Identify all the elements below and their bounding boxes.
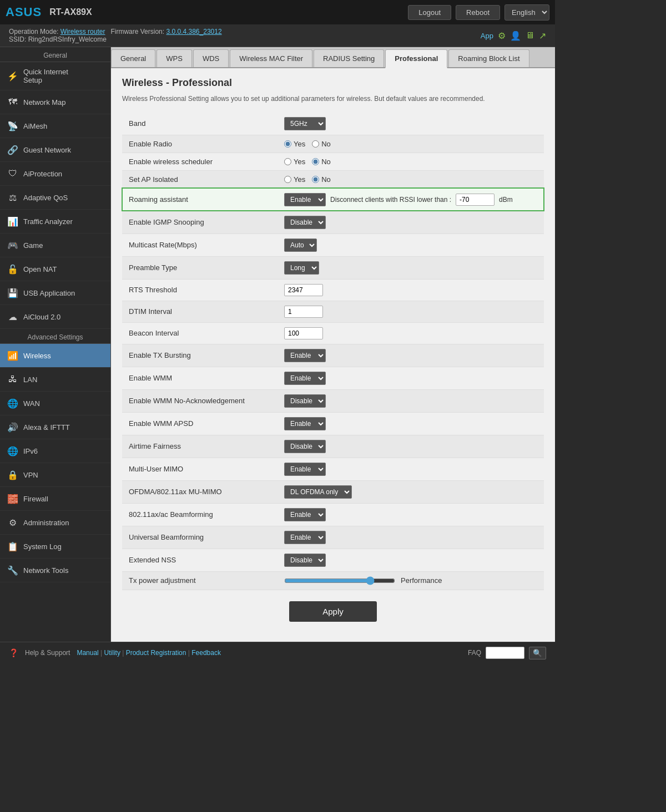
radio-label-Yes[interactable]: Yes	[284, 175, 305, 184]
footer-separator: |	[186, 649, 191, 657]
language-select[interactable]: English	[504, 4, 549, 21]
guest-network-icon: 🔗	[7, 144, 19, 156]
setting-select-12[interactable]: EnableDisable	[284, 372, 326, 385]
logout-button[interactable]: Logout	[408, 5, 451, 20]
sidebar-item-lan[interactable]: 🖧LAN	[0, 368, 110, 392]
sidebar-item-wireless[interactable]: 📶Wireless	[0, 344, 110, 368]
faq-search-button[interactable]: 🔍	[529, 647, 546, 659]
footer-link-manual[interactable]: Manual	[77, 649, 98, 657]
settings-row: DTIM Interval	[122, 301, 544, 322]
tx-power-slider[interactable]	[284, 576, 395, 585]
setting-select-17[interactable]: DL OFDMA onlyUL OFDMA onlyDL+UL OFDMADis…	[284, 485, 352, 499]
radio-input-No[interactable]	[312, 140, 319, 148]
tab-professional[interactable]: Professional	[385, 49, 447, 68]
screen-icon-btn[interactable]: 🖥	[526, 31, 534, 40]
faq-search-input[interactable]	[486, 647, 524, 659]
sidebar-item-usb-application[interactable]: 💾USB Application	[0, 281, 110, 305]
sidebar-item-ipv6[interactable]: 🌐IPv6	[0, 439, 110, 463]
roaming-select[interactable]: EnableDisable	[284, 193, 326, 206]
game-icon: 🎮	[7, 239, 19, 251]
footer-link-utility[interactable]: Utility	[104, 649, 120, 657]
share-icon-btn[interactable]: ↗	[539, 31, 546, 41]
setting-control: EnableDisable	[278, 412, 544, 435]
radio-input-No[interactable]	[312, 158, 319, 165]
sidebar-item-administration[interactable]: ⚙Administration	[0, 511, 110, 535]
setting-input-10[interactable]	[284, 327, 323, 339]
radio-input-Yes[interactable]	[284, 140, 291, 148]
setting-label: Tx power adjustment	[122, 571, 278, 590]
operation-mode-link[interactable]: Wireless router	[60, 28, 105, 35]
setting-select-18[interactable]: EnableDisable	[284, 508, 326, 521]
apply-button[interactable]: Apply	[289, 601, 377, 622]
rssi-input[interactable]	[456, 194, 495, 206]
ssid-label: SSID:	[9, 35, 26, 43]
page-description: Wireless Professional Setting allows you…	[122, 94, 544, 104]
setting-label: Enable WMM No-Acknowledgement	[122, 389, 278, 412]
vpn-label: VPN	[23, 471, 38, 479]
settings-icon-btn[interactable]: ⚙	[498, 31, 506, 41]
alexa-ifttt-label: Alexa & IFTTT	[23, 423, 70, 432]
sidebar-item-aiprotection[interactable]: 🛡AiProtection	[0, 162, 110, 186]
tab-wps[interactable]: WPS	[157, 49, 192, 67]
sidebar-item-open-nat[interactable]: 🔓Open NAT	[0, 257, 110, 281]
sidebar-item-firewall[interactable]: 🧱Firewall	[0, 487, 110, 511]
setting-control: EnableDisable	[278, 211, 544, 234]
setting-select-13[interactable]: EnableDisable	[284, 394, 326, 408]
setting-label: OFDMA/802.11ax MU-MIMO	[122, 480, 278, 503]
sidebar-item-guest-network[interactable]: 🔗Guest Network	[0, 138, 110, 162]
tab-general[interactable]: General	[111, 49, 155, 67]
radio-input-Yes[interactable]	[284, 176, 291, 183]
setting-label: Beacon Interval	[122, 322, 278, 344]
setting-select-20[interactable]: EnableDisable	[284, 554, 326, 567]
setting-select-16[interactable]: EnableDisable	[284, 463, 326, 476]
setting-select-14[interactable]: EnableDisable	[284, 417, 326, 430]
sidebar-item-vpn[interactable]: 🔒VPN	[0, 463, 110, 487]
user-icon-btn[interactable]: 👤	[510, 31, 521, 41]
sidebar-item-network-tools[interactable]: 🔧Network Tools	[0, 559, 110, 582]
footer-link-feedback[interactable]: Feedback	[191, 649, 221, 657]
radio-label-No[interactable]: No	[312, 158, 331, 166]
help-icon: ❓	[9, 648, 18, 657]
sidebar-advanced: 📶Wireless🖧LAN🌐WAN🔊Alexa & IFTTT🌐IPv6🔒VPN…	[0, 344, 110, 582]
setting-select-7[interactable]: LongShort	[284, 261, 319, 275]
sidebar-item-aicloud[interactable]: ☁AiCloud 2.0	[0, 305, 110, 329]
tab-roaming-block-list[interactable]: Roaming Block List	[448, 49, 529, 67]
firmware-version-link[interactable]: 3.0.0.4.386_23012	[166, 28, 221, 35]
top-bar: ASUS RT-AX89X Logout Reboot English	[0, 0, 555, 24]
radio-input-No[interactable]	[312, 176, 319, 183]
sidebar: General ⚡Quick InternetSetup🗺Network Map…	[0, 47, 111, 642]
setting-input-8[interactable]	[284, 284, 323, 296]
sidebar-item-adaptive-qos[interactable]: ⚖Adaptive QoS	[0, 186, 110, 210]
radio-label-No[interactable]: No	[312, 175, 331, 184]
setting-select-19[interactable]: EnableDisable	[284, 531, 326, 544]
footer-separator: |	[120, 649, 126, 657]
radio-label-Yes[interactable]: Yes	[284, 158, 305, 166]
aiprotection-icon: 🛡	[7, 168, 19, 180]
sidebar-item-traffic-analyzer[interactable]: 📊Traffic Analyzer	[0, 210, 110, 234]
sidebar-item-quick-internet-setup[interactable]: ⚡Quick InternetSetup	[0, 62, 110, 90]
footer-link-product-registration[interactable]: Product Registration	[126, 649, 186, 657]
radio-label-No[interactable]: No	[312, 140, 331, 148]
setting-select-15[interactable]: EnableDisable	[284, 440, 326, 453]
sidebar-item-wan[interactable]: 🌐WAN	[0, 392, 110, 415]
radio-label-Yes[interactable]: Yes	[284, 140, 305, 148]
tab-wds[interactable]: WDS	[193, 49, 229, 67]
setting-control: Performance	[278, 571, 544, 590]
sidebar-item-network-map[interactable]: 🗺Network Map	[0, 90, 110, 114]
setting-select-0[interactable]: 2.4GHz5GHz6GHz	[284, 117, 326, 130]
sidebar-item-alexa-ifttt[interactable]: 🔊Alexa & IFTTT	[0, 415, 110, 439]
setting-select-11[interactable]: EnableDisable	[284, 349, 326, 362]
setting-control: EnableDisable	[278, 526, 544, 549]
sidebar-item-aimesh[interactable]: 📡AiMesh	[0, 114, 110, 138]
sidebar-item-game[interactable]: 🎮Game	[0, 234, 110, 257]
radio-input-Yes[interactable]	[284, 158, 291, 165]
reboot-button[interactable]: Reboot	[456, 5, 500, 20]
tab-radius-setting[interactable]: RADIUS Setting	[314, 49, 384, 67]
tab-wireless-mac-filter[interactable]: Wireless MAC Filter	[230, 49, 312, 67]
setting-select-6[interactable]: Auto125.56911121824364854	[284, 238, 317, 252]
info-bar-right: App ⚙ 👤 🖥 ↗	[481, 31, 546, 41]
setting-input-9[interactable]	[284, 306, 323, 318]
setting-select-5[interactable]: EnableDisable	[284, 216, 326, 229]
system-log-label: System Log	[23, 542, 62, 551]
sidebar-item-system-log[interactable]: 📋System Log	[0, 535, 110, 559]
